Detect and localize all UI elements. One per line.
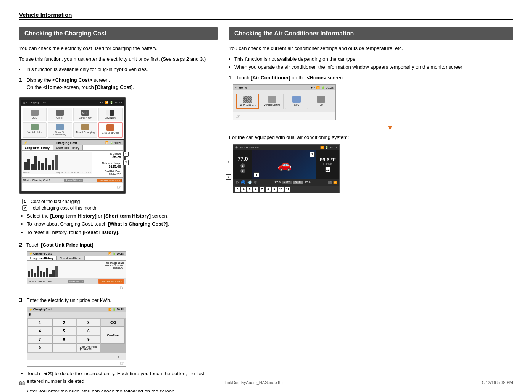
ac-home-hdmi[interactable]: HDMI bbox=[310, 94, 332, 109]
right-bullets: This function is not available depending… bbox=[234, 55, 513, 71]
footer-right: 5/12/16 5:39 PM bbox=[482, 380, 513, 386]
after-enter-text: After you enter the price, you can check… bbox=[27, 388, 218, 392]
right-intro: You can check the current air conditione… bbox=[229, 45, 513, 52]
key-7[interactable]: 7 bbox=[28, 336, 52, 344]
home-icon-screen-off[interactable]: OFF Screen Off bbox=[73, 108, 97, 121]
back-button[interactable]: ⟵ bbox=[118, 354, 124, 359]
keyboard-screen: ⚡ Charging Cost 📶 🔋 10:28 $ 1 2 3 bbox=[27, 307, 218, 367]
footer: 88 LinkDisplayAudio_NAS.indb 88 5/12/16 … bbox=[0, 378, 532, 386]
key-5[interactable]: 5 bbox=[52, 327, 76, 335]
step-1: 1 Display the <Charging Cost> screen. On… bbox=[19, 76, 218, 236]
home-icon-day-night[interactable]: Day/Night bbox=[98, 108, 123, 121]
key-confirm[interactable]: Confirm bbox=[101, 327, 125, 344]
left-column: Checking the Charging Cost You can check… bbox=[19, 27, 218, 392]
page-number: 88 bbox=[19, 380, 25, 386]
home-icon-timed-air[interactable]: Timed AirConditioning bbox=[48, 122, 72, 138]
step-1-sub: On the <Home> screen, touch [Charging Co… bbox=[27, 84, 218, 91]
left-intro-1: You can check the electricity cost used … bbox=[19, 45, 218, 52]
home-icon-usb[interactable]: USB bbox=[23, 108, 47, 121]
step-3-label: 3 Enter the electricity unit price per k… bbox=[19, 297, 218, 304]
home-icon-timed-charging[interactable]: Timed Charging bbox=[73, 122, 97, 138]
home-icon-clock[interactable]: Clock bbox=[48, 108, 72, 121]
arrow-down: ▼ bbox=[267, 123, 513, 132]
right-bullet-1: This function is not available depending… bbox=[234, 55, 513, 63]
key-dot[interactable]: · bbox=[52, 344, 76, 352]
footer-left: LinkDisplayAudio_NAS.indb 88 bbox=[224, 380, 282, 386]
bullet-3: To know about Charging Cost, touch [What… bbox=[27, 220, 218, 228]
page: Vehicle Information Checking the Chargin… bbox=[0, 0, 532, 392]
short-term-tab[interactable]: Short-term History bbox=[53, 145, 83, 150]
dual-ac-text: For the car equipped with dual air condi… bbox=[229, 134, 513, 141]
right-bullet-2: When you operate the air conditioner, th… bbox=[234, 63, 513, 71]
step-2: 2 Touch [Cost Unit Price Input]. ⚡ Charg… bbox=[19, 241, 218, 291]
key-6[interactable]: 6 bbox=[77, 327, 101, 335]
key-8[interactable]: 8 bbox=[52, 336, 76, 344]
home-icon-charging-cost[interactable]: Charging Cost bbox=[98, 122, 123, 138]
right-column: Checking the Air Conditioner Information… bbox=[229, 27, 513, 392]
ac-home-screen: ⌂ Home ●▪ 📶🔋 10:28 bbox=[233, 84, 513, 120]
key-backspace[interactable]: ⌫ bbox=[101, 319, 125, 327]
bullet-2: Select the [Long-term History] or [Short… bbox=[27, 212, 218, 220]
left-bullet-list: This function is available only for plug… bbox=[24, 66, 218, 73]
step-1-label: 1 Display the <Charging Cost> screen. bbox=[19, 76, 218, 84]
section-header: Vehicle Information bbox=[19, 11, 513, 20]
ac-home-vehicle-setting[interactable]: Vehicle Setting bbox=[261, 94, 284, 109]
home-screen-mockup: ⌂ Charging Cost ●▪📶🔋 10:28 bbox=[19, 97, 126, 194]
ac-home-air-cond[interactable]: Air Conditioner bbox=[236, 94, 259, 109]
key-1[interactable]: 1 bbox=[28, 319, 52, 327]
key-2[interactable]: 2 bbox=[52, 319, 76, 327]
step1-bullets: Select the [Long-term History] or [Short… bbox=[27, 212, 218, 236]
cost-unit-display: Cost Unit Price$3.53/kWh bbox=[77, 344, 101, 352]
left-intro-2: To use this function, you must enter the… bbox=[19, 55, 218, 63]
step2-screen: ⚡ Charging Cost 📶 🔋 10:28 Long-term Hist… bbox=[27, 251, 218, 291]
key-3[interactable]: 3 bbox=[77, 319, 101, 327]
key-4[interactable]: 4 bbox=[28, 327, 52, 335]
step-2-label: 2 Touch [Cost Unit Price Input]. bbox=[19, 241, 218, 249]
key-0[interactable]: 0 bbox=[28, 344, 52, 352]
home-icon-vehicle-info[interactable]: Vehicle Info bbox=[23, 122, 47, 138]
ac-home-gps[interactable]: GPS bbox=[285, 94, 308, 109]
left-box-header: Checking the Charging Cost bbox=[19, 27, 218, 40]
bullet-4: To reset all history, touch [Reset Histo… bbox=[27, 229, 218, 236]
right-box-header: Checking the Air Conditioner Information bbox=[229, 27, 513, 40]
section-title: Vehicle Information bbox=[19, 11, 513, 18]
step2-short-tab[interactable]: Short-term History bbox=[57, 256, 85, 260]
right-step-1: 1 Touch [Air Conditioner] on the <Home> … bbox=[229, 74, 513, 193]
long-term-tab[interactable]: Long-term History bbox=[22, 145, 53, 150]
legend-area: 1 Cost of the last charging 2 Total char… bbox=[22, 199, 218, 211]
key-9[interactable]: 9 bbox=[77, 336, 101, 344]
right-step-1-label: 1 Touch [Air Conditioner] on the <Home> … bbox=[229, 74, 513, 82]
step2-long-tab[interactable]: Long-term History bbox=[27, 256, 57, 260]
left-bullet-1: This function is available only for plug… bbox=[24, 66, 218, 73]
dual-ac-screen: ❄ Air Conditioner 📶 🔋 10:28 bbox=[233, 144, 513, 193]
